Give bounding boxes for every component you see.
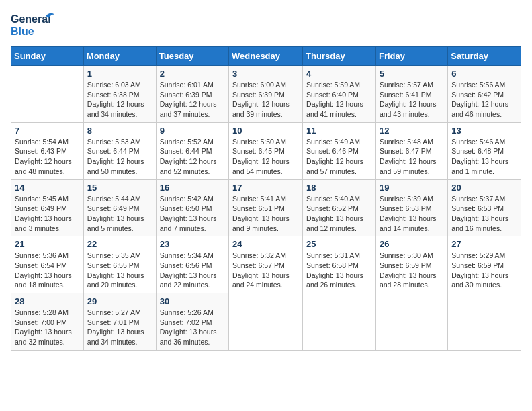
- day-info: Sunrise: 5:48 AM Sunset: 6:47 PM Dayligh…: [380, 137, 444, 177]
- week-row-1: 1Sunrise: 6:03 AM Sunset: 6:38 PM Daylig…: [11, 66, 521, 123]
- day-number: 1: [87, 68, 152, 79]
- day-info: Sunrise: 5:54 AM Sunset: 6:43 PM Dayligh…: [15, 137, 80, 177]
- day-info: Sunrise: 5:44 AM Sunset: 6:49 PM Dayligh…: [87, 194, 152, 234]
- day-number: 30: [160, 296, 225, 306]
- day-number: 28: [15, 296, 80, 306]
- calendar-cell: 10Sunrise: 5:50 AM Sunset: 6:45 PM Dayli…: [229, 122, 303, 179]
- day-number: 23: [160, 239, 225, 249]
- calendar-cell: 7Sunrise: 5:54 AM Sunset: 6:43 PM Daylig…: [11, 122, 84, 179]
- calendar-cell: 28Sunrise: 5:28 AM Sunset: 7:00 PM Dayli…: [11, 293, 84, 351]
- calendar-cell: 3Sunrise: 6:00 AM Sunset: 6:39 PM Daylig…: [229, 66, 303, 123]
- day-number: 2: [160, 68, 225, 79]
- day-info: Sunrise: 5:53 AM Sunset: 6:44 PM Dayligh…: [87, 137, 152, 177]
- svg-text:Blue: Blue: [11, 26, 34, 37]
- day-number: 8: [87, 126, 152, 136]
- calendar-cell: [229, 293, 303, 351]
- day-info: Sunrise: 5:56 AM Sunset: 6:42 PM Dayligh…: [451, 80, 517, 120]
- day-info: Sunrise: 5:39 AM Sunset: 6:53 PM Dayligh…: [380, 194, 444, 234]
- week-row-3: 14Sunrise: 5:45 AM Sunset: 6:49 PM Dayli…: [11, 179, 521, 236]
- week-row-5: 28Sunrise: 5:28 AM Sunset: 7:00 PM Dayli…: [11, 293, 521, 351]
- calendar-cell: 22Sunrise: 5:35 AM Sunset: 6:55 PM Dayli…: [83, 236, 156, 293]
- calendar-cell: 21Sunrise: 5:36 AM Sunset: 6:54 PM Dayli…: [11, 236, 84, 293]
- logo: GeneralBlue: [11, 11, 58, 41]
- column-header-tuesday: Tuesday: [156, 47, 228, 66]
- day-number: 5: [380, 68, 444, 79]
- day-number: 4: [306, 68, 372, 79]
- calendar-cell: 13Sunrise: 5:46 AM Sunset: 6:48 PM Dayli…: [448, 122, 521, 179]
- calendar-cell: 29Sunrise: 5:27 AM Sunset: 7:01 PM Dayli…: [83, 293, 156, 351]
- calendar-cell: 1Sunrise: 6:03 AM Sunset: 6:38 PM Daylig…: [83, 66, 156, 123]
- page-header: GeneralBlue: [11, 11, 521, 41]
- calendar-cell: 27Sunrise: 5:29 AM Sunset: 6:59 PM Dayli…: [448, 236, 521, 293]
- calendar-cell: 6Sunrise: 5:56 AM Sunset: 6:42 PM Daylig…: [448, 66, 521, 123]
- calendar-cell: 19Sunrise: 5:39 AM Sunset: 6:53 PM Dayli…: [375, 179, 447, 236]
- day-info: Sunrise: 5:41 AM Sunset: 6:51 PM Dayligh…: [232, 194, 299, 234]
- calendar-cell: 9Sunrise: 5:52 AM Sunset: 6:44 PM Daylig…: [156, 122, 228, 179]
- column-header-wednesday: Wednesday: [229, 47, 303, 66]
- day-number: 18: [306, 183, 372, 193]
- day-info: Sunrise: 5:50 AM Sunset: 6:45 PM Dayligh…: [232, 137, 299, 177]
- day-info: Sunrise: 5:42 AM Sunset: 6:50 PM Dayligh…: [160, 194, 225, 234]
- day-number: 25: [306, 239, 372, 249]
- day-number: 10: [232, 126, 299, 136]
- day-number: 21: [15, 239, 80, 249]
- day-info: Sunrise: 6:00 AM Sunset: 6:39 PM Dayligh…: [232, 80, 299, 120]
- calendar-cell: [11, 66, 84, 123]
- calendar-cell: 4Sunrise: 5:59 AM Sunset: 6:40 PM Daylig…: [303, 66, 376, 123]
- calendar-cell: 23Sunrise: 5:34 AM Sunset: 6:56 PM Dayli…: [156, 236, 228, 293]
- calendar-cell: 18Sunrise: 5:40 AM Sunset: 6:52 PM Dayli…: [303, 179, 376, 236]
- day-number: 20: [451, 183, 517, 193]
- day-number: 14: [15, 183, 80, 193]
- calendar-cell: 14Sunrise: 5:45 AM Sunset: 6:49 PM Dayli…: [11, 179, 84, 236]
- day-info: Sunrise: 5:26 AM Sunset: 7:02 PM Dayligh…: [160, 308, 225, 347]
- day-info: Sunrise: 6:01 AM Sunset: 6:39 PM Dayligh…: [160, 80, 225, 120]
- day-info: Sunrise: 5:40 AM Sunset: 6:52 PM Dayligh…: [306, 194, 372, 234]
- week-row-4: 21Sunrise: 5:36 AM Sunset: 6:54 PM Dayli…: [11, 236, 521, 293]
- day-info: Sunrise: 5:36 AM Sunset: 6:54 PM Dayligh…: [15, 250, 80, 290]
- day-info: Sunrise: 5:59 AM Sunset: 6:40 PM Dayligh…: [306, 80, 372, 120]
- day-info: Sunrise: 5:29 AM Sunset: 6:59 PM Dayligh…: [451, 250, 517, 290]
- day-number: 12: [380, 126, 444, 136]
- calendar-cell: [303, 293, 376, 351]
- column-header-monday: Monday: [83, 47, 156, 66]
- day-info: Sunrise: 5:49 AM Sunset: 6:46 PM Dayligh…: [306, 137, 372, 177]
- day-number: 26: [380, 239, 444, 249]
- calendar-cell: 26Sunrise: 5:30 AM Sunset: 6:59 PM Dayli…: [375, 236, 447, 293]
- day-number: 17: [232, 183, 299, 193]
- calendar-cell: 2Sunrise: 6:01 AM Sunset: 6:39 PM Daylig…: [156, 66, 228, 123]
- day-number: 6: [451, 68, 517, 79]
- calendar-cell: 5Sunrise: 5:57 AM Sunset: 6:41 PM Daylig…: [375, 66, 447, 123]
- day-info: Sunrise: 5:46 AM Sunset: 6:48 PM Dayligh…: [451, 137, 517, 177]
- day-number: 29: [87, 296, 152, 306]
- column-header-saturday: Saturday: [448, 47, 521, 66]
- calendar-cell: 25Sunrise: 5:31 AM Sunset: 6:58 PM Dayli…: [303, 236, 376, 293]
- day-number: 11: [306, 126, 372, 136]
- week-row-2: 7Sunrise: 5:54 AM Sunset: 6:43 PM Daylig…: [11, 122, 521, 179]
- day-info: Sunrise: 5:37 AM Sunset: 6:53 PM Dayligh…: [451, 194, 517, 234]
- day-number: 9: [160, 126, 225, 136]
- calendar-cell: 30Sunrise: 5:26 AM Sunset: 7:02 PM Dayli…: [156, 293, 228, 351]
- day-info: Sunrise: 5:31 AM Sunset: 6:58 PM Dayligh…: [306, 250, 372, 290]
- calendar-cell: 12Sunrise: 5:48 AM Sunset: 6:47 PM Dayli…: [375, 122, 447, 179]
- column-header-thursday: Thursday: [303, 47, 376, 66]
- calendar-cell: 24Sunrise: 5:32 AM Sunset: 6:57 PM Dayli…: [229, 236, 303, 293]
- calendar-cell: 8Sunrise: 5:53 AM Sunset: 6:44 PM Daylig…: [83, 122, 156, 179]
- calendar-table: SundayMondayTuesdayWednesdayThursdayFrid…: [11, 46, 521, 351]
- calendar-cell: 15Sunrise: 5:44 AM Sunset: 6:49 PM Dayli…: [83, 179, 156, 236]
- calendar-cell: 20Sunrise: 5:37 AM Sunset: 6:53 PM Dayli…: [448, 179, 521, 236]
- day-number: 19: [380, 183, 444, 193]
- logo-svg: GeneralBlue: [11, 11, 58, 41]
- header-row: SundayMondayTuesdayWednesdayThursdayFrid…: [11, 47, 521, 66]
- calendar-cell: [375, 293, 447, 351]
- day-number: 13: [451, 126, 517, 136]
- day-number: 16: [160, 183, 225, 193]
- day-info: Sunrise: 5:30 AM Sunset: 6:59 PM Dayligh…: [380, 250, 444, 290]
- day-info: Sunrise: 5:45 AM Sunset: 6:49 PM Dayligh…: [15, 194, 80, 234]
- day-number: 24: [232, 239, 299, 249]
- day-info: Sunrise: 5:27 AM Sunset: 7:01 PM Dayligh…: [87, 308, 152, 347]
- day-info: Sunrise: 5:35 AM Sunset: 6:55 PM Dayligh…: [87, 250, 152, 290]
- day-number: 7: [15, 126, 80, 136]
- day-info: Sunrise: 5:57 AM Sunset: 6:41 PM Dayligh…: [380, 80, 444, 120]
- calendar-cell: 17Sunrise: 5:41 AM Sunset: 6:51 PM Dayli…: [229, 179, 303, 236]
- day-info: Sunrise: 5:52 AM Sunset: 6:44 PM Dayligh…: [160, 137, 225, 177]
